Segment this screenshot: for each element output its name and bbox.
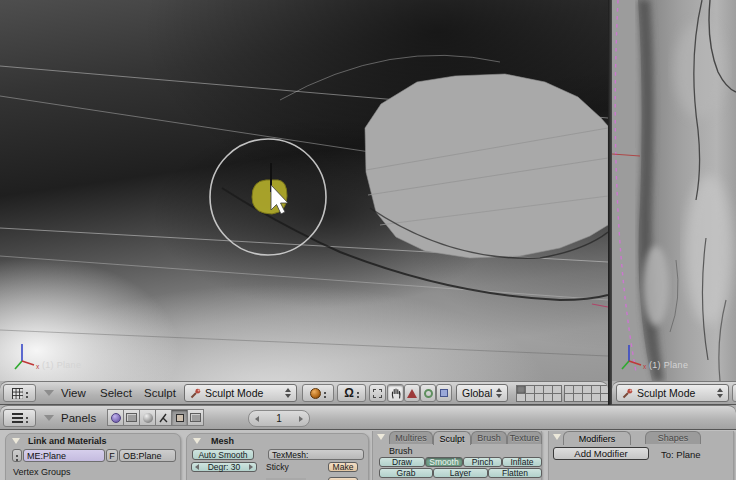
blender-window: x (1) Plane bbox=[0, 0, 736, 480]
mesh-face-highlight bbox=[365, 74, 608, 258]
tab-sculpt[interactable]: Sculpt bbox=[433, 431, 471, 445]
clipped-header-button[interactable] bbox=[732, 384, 736, 402]
buttons-window: Link and Materials ME:Plane F OB:Plane V… bbox=[0, 430, 736, 480]
panel-link-and-materials: Link and Materials ME:Plane F OB:Plane V… bbox=[5, 433, 181, 480]
stepper-right-icon[interactable] bbox=[299, 416, 303, 422]
axis-gizmo: x bbox=[15, 344, 40, 370]
datablock-browse-button[interactable] bbox=[12, 449, 22, 462]
browse-dots-icon bbox=[16, 455, 18, 457]
brush-layer-button[interactable]: Layer bbox=[433, 468, 488, 478]
object-name-label: (1) Plane bbox=[649, 360, 688, 370]
brush-inflate-button[interactable]: Inflate bbox=[502, 457, 542, 467]
updown-arrows-icon bbox=[285, 388, 291, 398]
panel-collapse-icon[interactable] bbox=[553, 434, 561, 440]
pivot-center-button[interactable]: Ω bbox=[337, 384, 366, 402]
viewport-header: View Select Sculpt Sculpt Mode Ω bbox=[0, 381, 608, 405]
editor-type-button[interactable] bbox=[3, 409, 36, 427]
frame-stepper[interactable]: 1 bbox=[248, 410, 310, 427]
header-collapse-icon[interactable] bbox=[44, 390, 54, 396]
header-collapse-icon[interactable] bbox=[44, 415, 54, 421]
object-name-label: (1) Plane bbox=[42, 360, 81, 370]
panel-mesh: Mesh Auto Smooth TexMesh: Degr: 30 Stick… bbox=[186, 433, 369, 480]
mode-dropdown[interactable]: Sculpt Mode bbox=[184, 384, 297, 402]
make-sticky-button[interactable]: Make bbox=[328, 462, 358, 472]
scale-square-icon bbox=[440, 389, 448, 397]
menu-sculpt[interactable]: Sculpt bbox=[144, 387, 176, 399]
grid-icon bbox=[12, 388, 23, 399]
auto-smooth-button[interactable]: Auto Smooth bbox=[192, 449, 254, 460]
editing-context-button[interactable] bbox=[171, 409, 188, 426]
add-modifier-button[interactable]: Add Modifier bbox=[553, 447, 649, 460]
layer-cell[interactable] bbox=[600, 393, 609, 402]
layer-cell[interactable] bbox=[552, 393, 562, 402]
fake-user-button[interactable]: F bbox=[106, 449, 118, 462]
viewport-header-right: Sculpt Mode bbox=[612, 381, 736, 405]
tab-shapes[interactable]: Shapes bbox=[645, 431, 701, 444]
scene-context-button[interactable] bbox=[187, 409, 204, 426]
logic-context-button[interactable] bbox=[107, 409, 124, 426]
layer-buttons-group-1[interactable] bbox=[516, 385, 561, 401]
menu-view[interactable]: View bbox=[61, 387, 86, 399]
editing-square-icon bbox=[176, 414, 184, 422]
brush-label: Brush bbox=[389, 446, 413, 456]
frame-number: 1 bbox=[276, 413, 282, 424]
updown-arrows-icon bbox=[496, 388, 502, 398]
tab-multires[interactable]: Multires bbox=[389, 431, 433, 444]
stepper-left-icon[interactable] bbox=[195, 464, 199, 470]
stepper-right-icon[interactable] bbox=[249, 464, 253, 470]
script-icon bbox=[126, 413, 137, 422]
draw-type-button[interactable] bbox=[302, 384, 334, 402]
vertex-groups-label: Vertex Groups bbox=[13, 467, 71, 477]
brush-draw-button[interactable]: Draw bbox=[379, 457, 425, 467]
editor-type-button[interactable] bbox=[3, 384, 36, 402]
orientation-value: Global bbox=[462, 387, 492, 399]
shading-sphere-icon bbox=[143, 413, 153, 423]
panel-modifiers: Modifiers Shapes Add Modifier To: Plane bbox=[548, 431, 734, 480]
panels-label: Panels bbox=[61, 412, 96, 424]
mini-stepper-icon bbox=[357, 392, 359, 394]
menu-select[interactable]: Select bbox=[100, 387, 132, 399]
brush-pinch-button[interactable]: Pinch bbox=[463, 457, 502, 467]
panel-collapse-icon[interactable] bbox=[377, 434, 385, 440]
mesh-name-field[interactable]: ME:Plane bbox=[23, 449, 105, 462]
texmesh-field[interactable]: TexMesh: bbox=[268, 449, 364, 460]
panel-sculpt: Multires Sculpt Brush Texture Brush Draw… bbox=[372, 431, 542, 480]
brush-smooth-button[interactable]: Smooth bbox=[425, 457, 463, 467]
viewport-3d-main[interactable]: x (1) Plane bbox=[0, 0, 608, 381]
panel-collapse-icon[interactable] bbox=[193, 438, 201, 444]
translate-manipulator-button[interactable] bbox=[404, 384, 420, 402]
manipulator-toggle-button[interactable] bbox=[369, 384, 386, 402]
orientation-dropdown[interactable]: Global bbox=[456, 384, 508, 402]
mini-stepper-icon bbox=[26, 417, 28, 419]
brush-flatten-button[interactable]: Flatten bbox=[488, 468, 542, 478]
scale-manipulator-button[interactable] bbox=[436, 384, 452, 402]
stepper-left-icon[interactable] bbox=[255, 416, 259, 422]
translate-triangle-icon bbox=[407, 389, 417, 398]
scene-overlay: x bbox=[0, 0, 608, 381]
tab-texture[interactable]: Texture bbox=[507, 431, 542, 444]
manipulator-hand-button[interactable] bbox=[387, 384, 404, 402]
brush-grab-button[interactable]: Grab bbox=[379, 468, 433, 478]
updown-arrows-icon bbox=[717, 388, 723, 398]
tab-brush[interactable]: Brush bbox=[471, 431, 507, 444]
layer-buttons-group-2[interactable] bbox=[564, 385, 608, 401]
panel-collapse-icon[interactable] bbox=[12, 438, 20, 444]
hand-icon bbox=[390, 387, 402, 399]
degr-stepper[interactable]: Degr: 30 bbox=[191, 462, 257, 472]
context-button-row bbox=[108, 409, 204, 426]
mode-dropdown[interactable]: Sculpt Mode bbox=[616, 384, 729, 402]
tab-modifiers[interactable]: Modifiers bbox=[563, 431, 631, 445]
scene-icon bbox=[190, 413, 201, 422]
logic-icon bbox=[111, 413, 121, 423]
mini-stepper-icon bbox=[26, 392, 28, 394]
object-name-field[interactable]: OB:Plane bbox=[119, 449, 176, 462]
shading-context-button[interactable] bbox=[139, 409, 156, 426]
object-context-button[interactable] bbox=[155, 409, 172, 426]
rotate-circle-icon bbox=[424, 389, 433, 398]
panels-icon bbox=[12, 413, 23, 415]
script-context-button[interactable] bbox=[123, 409, 140, 426]
rotation-pivot-icon: Ω bbox=[344, 387, 354, 399]
dashed-move-icon bbox=[373, 389, 382, 398]
rotate-manipulator-button[interactable] bbox=[420, 384, 436, 402]
viewport-3d-side[interactable]: x (1) Plane bbox=[612, 0, 736, 381]
